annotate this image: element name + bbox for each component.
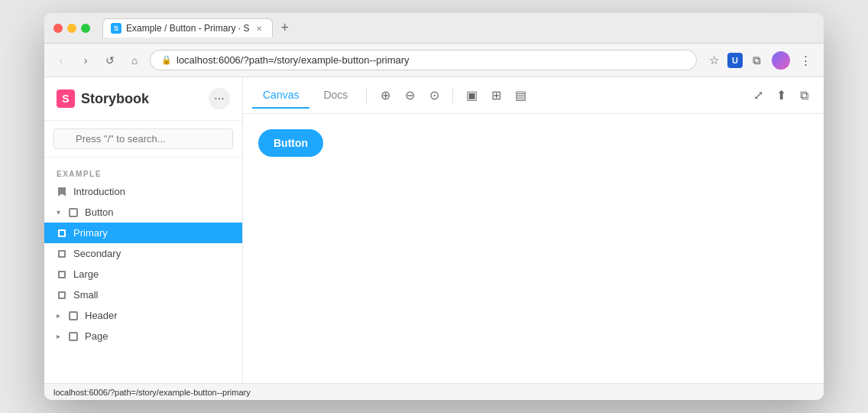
copy-link-button[interactable]: ⧉ xyxy=(793,85,815,106)
status-bar: localhost:6006/?path=/story/example-butt… xyxy=(44,383,824,400)
tab-docs[interactable]: Docs xyxy=(313,83,358,109)
app-layout: S Storybook ··· 🔍 EXAMPLE xyxy=(44,77,824,383)
zoom-reset-icon: ⊙ xyxy=(429,88,439,102)
sidebar: S Storybook ··· 🔍 EXAMPLE xyxy=(44,77,243,383)
sidebar-item-header[interactable]: ▸ Header xyxy=(44,305,242,326)
browser-tab[interactable]: S Example / Button - Primary · S ✕ xyxy=(102,18,273,37)
expand-button[interactable]: ⤢ xyxy=(747,85,769,106)
status-url: localhost:6006/?path=/story/example-butt… xyxy=(53,388,251,397)
toolbar-divider-2 xyxy=(452,88,453,103)
large-label: Large xyxy=(73,268,99,280)
introduction-label: Introduction xyxy=(73,186,125,197)
expand-icon: ⤢ xyxy=(753,88,763,102)
new-tab-button[interactable]: + xyxy=(276,18,293,37)
small-label: Small xyxy=(73,289,99,301)
primary-label: Primary xyxy=(73,227,108,239)
viewport-single-button[interactable]: ▣ xyxy=(461,85,482,106)
bitwarden-extension-icon[interactable]: U xyxy=(727,53,743,68)
back-button[interactable]: ‹ xyxy=(52,51,70,70)
header-expand-icon: ▸ xyxy=(57,311,60,320)
forward-button[interactable]: › xyxy=(76,51,95,70)
share-icon: ⬆ xyxy=(776,88,786,102)
page-expand-icon: ▸ xyxy=(57,332,60,340)
button-label: Button xyxy=(85,206,114,218)
zoom-in-button[interactable]: ⊕ xyxy=(374,85,396,106)
sidebar-item-page[interactable]: ▸ Page xyxy=(44,326,242,346)
tab-canvas[interactable]: Canvas xyxy=(252,83,309,109)
sidebar-content: EXAMPLE Introduction ▾ Button xyxy=(44,158,242,383)
sidebar-item-large[interactable]: Large xyxy=(44,264,242,285)
main-toolbar: Canvas Docs ⊕ ⊖ ⊙ ▣ ⊞ xyxy=(243,77,824,114)
zoom-out-icon: ⊖ xyxy=(405,88,415,102)
sidebar-item-introduction[interactable]: Introduction xyxy=(44,181,242,202)
traffic-lights xyxy=(53,24,90,33)
search-input[interactable] xyxy=(53,128,233,149)
sidebar-item-small[interactable]: Small xyxy=(44,285,242,305)
zoom-out-button[interactable]: ⊖ xyxy=(399,85,420,106)
search-wrapper: 🔍 xyxy=(53,128,233,149)
tab-label: Example / Button - Primary · S xyxy=(126,23,249,34)
browser-toolbar-right: ☆ U ⧉ ⋮ xyxy=(703,50,816,71)
header-label: Header xyxy=(85,310,118,321)
url-text: localhost:6006/?path=/story/example-butt… xyxy=(177,54,410,66)
introduction-icon xyxy=(57,187,67,197)
button-icon xyxy=(68,207,79,218)
page-icon xyxy=(68,331,79,342)
sidebar-menu-button[interactable]: ··· xyxy=(209,88,230,109)
lock-icon: 🔒 xyxy=(161,55,172,65)
viewport-grid-icon: ⊞ xyxy=(491,88,501,102)
fullscreen-sidebar-button[interactable]: ▤ xyxy=(510,85,531,106)
bookmark-button[interactable]: ☆ xyxy=(703,50,724,71)
sidebar-header: S Storybook ··· xyxy=(44,77,242,121)
address-bar: ‹ › ↺ ⌂ 🔒 localhost:6006/?path=/story/ex… xyxy=(44,44,824,77)
refresh-button[interactable]: ↺ xyxy=(101,51,119,70)
minimize-traffic-light[interactable] xyxy=(67,24,76,33)
panel-icon: ▤ xyxy=(515,88,526,102)
sidebar-item-secondary[interactable]: Secondary xyxy=(44,243,242,264)
sidebar-item-button[interactable]: ▾ Button xyxy=(44,202,242,223)
button-expand-icon: ▾ xyxy=(57,208,60,216)
more-options-button[interactable]: ⋮ xyxy=(795,50,816,71)
title-bar: S Example / Button - Primary · S ✕ + xyxy=(44,13,824,44)
canvas-area: Button xyxy=(243,114,824,383)
viewport-single-icon: ▣ xyxy=(466,88,478,102)
copy-icon: ⧉ xyxy=(800,89,808,102)
tab-close-button[interactable]: ✕ xyxy=(254,23,264,34)
close-traffic-light[interactable] xyxy=(53,24,63,33)
home-button[interactable]: ⌂ xyxy=(125,51,144,70)
sidebar-title: Storybook xyxy=(81,91,149,107)
storybook-icon: S xyxy=(57,89,75,108)
large-icon xyxy=(57,269,67,280)
toolbar-right-group: ⤢ ⬆ ⧉ xyxy=(747,85,815,106)
profile-menu-button[interactable] xyxy=(770,50,792,71)
zoom-in-icon: ⊕ xyxy=(381,88,390,102)
extension-label: U xyxy=(732,56,738,65)
search-bar-container: 🔍 xyxy=(44,121,242,158)
sidebar-item-primary[interactable]: Primary xyxy=(44,223,242,243)
small-icon xyxy=(57,290,67,301)
example-section-label: EXAMPLE xyxy=(44,164,242,181)
profile-avatar xyxy=(772,51,790,70)
url-bar[interactable]: 🔒 localhost:6006/?path=/story/example-bu… xyxy=(150,50,697,70)
tab-bar: S Example / Button - Primary · S ✕ + xyxy=(102,18,815,37)
story-demo-button[interactable]: Button xyxy=(258,129,323,157)
header-icon xyxy=(68,311,79,321)
browser-window: S Example / Button - Primary · S ✕ + ‹ ›… xyxy=(44,13,824,400)
secondary-icon xyxy=(57,249,67,259)
tab-favicon: S xyxy=(111,23,121,34)
extensions-button[interactable]: ⧉ xyxy=(746,50,767,71)
page-label: Page xyxy=(85,330,108,342)
zoom-reset-button[interactable]: ⊙ xyxy=(423,85,445,106)
maximize-traffic-light[interactable] xyxy=(81,24,90,33)
primary-icon xyxy=(57,228,67,239)
toolbar-divider-1 xyxy=(366,88,367,103)
secondary-label: Secondary xyxy=(73,248,121,259)
main-content: Canvas Docs ⊕ ⊖ ⊙ ▣ ⊞ xyxy=(243,77,824,383)
sidebar-logo: S Storybook xyxy=(57,89,149,108)
viewport-grid-button[interactable]: ⊞ xyxy=(485,85,507,106)
share-button[interactable]: ⬆ xyxy=(770,85,792,106)
sidebar-menu-icon: ··· xyxy=(214,92,224,106)
